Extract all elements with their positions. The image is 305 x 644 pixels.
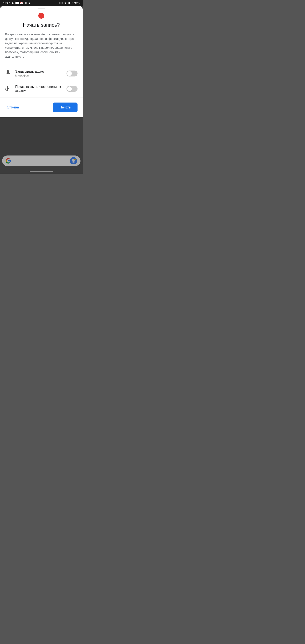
- status-bar: 16:47 40 %: [0, 0, 82, 6]
- touch-icon: [5, 85, 12, 92]
- battery-icon: [68, 2, 73, 4]
- record-audio-text: Записывать аудио Микрофон: [15, 70, 63, 77]
- start-button[interactable]: Начать: [53, 102, 78, 112]
- svg-point-7: [65, 4, 66, 4]
- svg-rect-77: [7, 70, 9, 74]
- pinwheel-icon: [24, 2, 27, 4]
- option-show-touches: Показывать прикосновения к экрану: [0, 82, 82, 96]
- svg-rect-10: [72, 2, 72, 4]
- dialog-divider-top: [0, 65, 82, 65]
- record-audio-title: Записывать аудио: [15, 70, 63, 74]
- gmail-status-icon: [20, 2, 23, 4]
- svg-rect-2: [20, 2, 23, 4]
- screen-record-dialog: Начать запись? Во время записи система A…: [0, 6, 82, 117]
- status-right: 40 %: [60, 2, 80, 4]
- option-record-audio: Записывать аудио Микрофон: [0, 67, 82, 80]
- dialog-backdrop: Начать запись? Во время записи система A…: [0, 6, 82, 174]
- dialog-title: Начать запись?: [0, 22, 82, 28]
- show-touches-toggle[interactable]: [66, 86, 78, 92]
- mic-icon: [5, 70, 12, 77]
- battery-percent: 40 %: [74, 2, 80, 4]
- dialog-drag-handle: [38, 8, 45, 9]
- notification-dot: [28, 2, 30, 4]
- record-dot-icon: [38, 13, 44, 19]
- youtube-status-icon: [16, 2, 19, 4]
- status-left: 16:47: [3, 2, 30, 5]
- svg-rect-4: [60, 2, 62, 4]
- wifi-icon: [64, 2, 67, 4]
- dialog-divider-bottom: [0, 97, 82, 98]
- show-touches-title: Показывать прикосновения к экрану: [15, 85, 63, 92]
- show-touches-text: Показывать прикосновения к экрану: [15, 85, 63, 92]
- dialog-description: Во время записи система Android может по…: [0, 32, 82, 59]
- navigation-icon: [11, 2, 14, 4]
- clock: 16:47: [3, 2, 10, 5]
- record-audio-subtitle: Микрофон: [15, 74, 63, 77]
- vibrate-icon: [60, 2, 62, 4]
- dialog-actions: Отмена Начать: [0, 99, 82, 113]
- cancel-button[interactable]: Отмена: [5, 104, 20, 112]
- svg-rect-5: [60, 2, 60, 4]
- record-dot-wrap: [0, 13, 82, 19]
- record-audio-toggle[interactable]: [66, 70, 78, 76]
- svg-rect-9: [68, 2, 70, 4]
- dialog-divider-mid: [0, 80, 82, 80]
- svg-rect-6: [62, 2, 62, 4]
